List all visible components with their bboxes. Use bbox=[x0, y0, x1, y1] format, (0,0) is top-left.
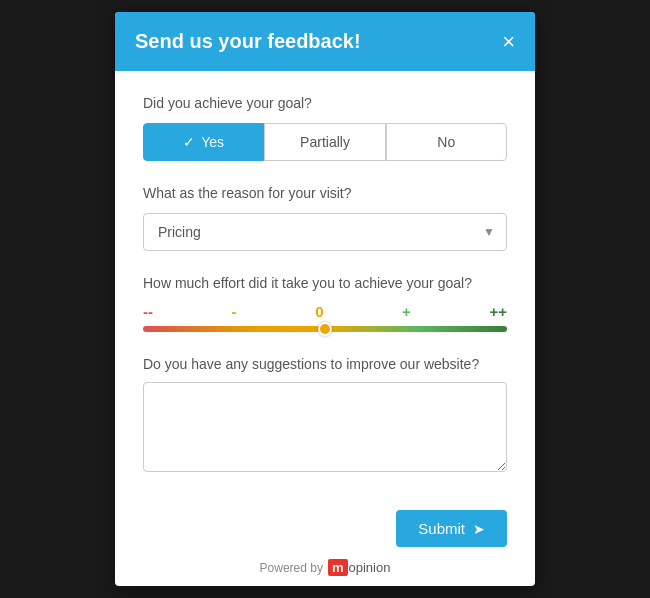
feedback-modal: Send us your feedback! × Did you achieve… bbox=[115, 12, 535, 586]
effort-label-3: 0 bbox=[315, 303, 323, 320]
goal-yes-button[interactable]: ✓ Yes bbox=[143, 123, 264, 161]
goal-yes-label: Yes bbox=[201, 134, 224, 150]
effort-label-4: + bbox=[402, 303, 411, 320]
effort-track: -- - 0 + ++ bbox=[143, 303, 507, 332]
submit-button[interactable]: Submit ➤ bbox=[396, 510, 507, 547]
logo-text: opinion bbox=[349, 560, 391, 575]
powered-by: Powered by mopinion bbox=[143, 559, 507, 576]
close-button[interactable]: × bbox=[502, 31, 515, 53]
send-icon: ➤ bbox=[473, 521, 485, 537]
effort-indicator bbox=[318, 322, 332, 336]
suggestions-label: Do you have any suggestions to improve o… bbox=[143, 356, 507, 372]
visit-reason-select[interactable]: Pricing Support Information Other bbox=[143, 213, 507, 251]
goal-buttons-group: ✓ Yes Partially No bbox=[143, 123, 507, 161]
visit-reason-wrapper: Pricing Support Information Other ▼ bbox=[143, 213, 507, 251]
modal-body: Did you achieve your goal? ✓ Yes Partial… bbox=[115, 71, 535, 496]
goal-partially-button[interactable]: Partially bbox=[264, 123, 385, 161]
checkmark-icon: ✓ bbox=[183, 134, 195, 150]
effort-question-label: How much effort did it take you to achie… bbox=[143, 275, 507, 291]
suggestions-textarea[interactable] bbox=[143, 382, 507, 472]
visit-reason-label: What as the reason for your visit? bbox=[143, 185, 507, 201]
modal-title: Send us your feedback! bbox=[135, 30, 361, 53]
goal-no-label: No bbox=[437, 134, 455, 150]
effort-label-2: - bbox=[232, 303, 237, 320]
effort-bar[interactable] bbox=[143, 326, 507, 332]
effort-section: How much effort did it take you to achie… bbox=[143, 275, 507, 332]
effort-label-5: ++ bbox=[489, 303, 507, 320]
goal-question-label: Did you achieve your goal? bbox=[143, 95, 507, 111]
mopinion-logo: mopinion bbox=[328, 559, 391, 576]
logo-m: m bbox=[328, 559, 348, 576]
modal-header: Send us your feedback! × bbox=[115, 12, 535, 71]
effort-labels: -- - 0 + ++ bbox=[143, 303, 507, 320]
submit-label: Submit bbox=[418, 520, 465, 537]
modal-footer: Submit ➤ Powered by mopinion bbox=[115, 496, 535, 586]
footer-actions: Submit ➤ bbox=[143, 510, 507, 547]
goal-no-button[interactable]: No bbox=[386, 123, 507, 161]
powered-by-text: Powered by bbox=[260, 561, 323, 575]
effort-label-1: -- bbox=[143, 303, 153, 320]
goal-partially-label: Partially bbox=[300, 134, 350, 150]
